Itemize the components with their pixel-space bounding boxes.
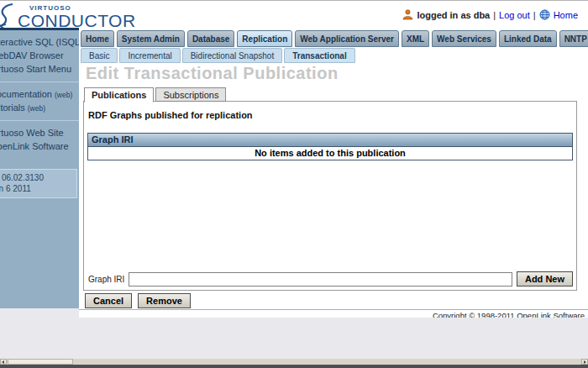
sidebar-item-label: Tutorials bbox=[0, 103, 25, 113]
remove-button[interactable]: Remove bbox=[138, 293, 191, 308]
tab-publications[interactable]: Publications bbox=[84, 87, 154, 103]
virtuoso-conductor-window: VIRTUOSO CONDUCTOR logged in as dba | Lo… bbox=[0, 0, 588, 368]
page-title: Edit Transactional Publication bbox=[86, 64, 339, 83]
logout-link[interactable]: Log out bbox=[499, 10, 530, 20]
tab-subscriptions[interactable]: Subscriptions bbox=[155, 87, 226, 102]
sidebar-group-sites: Virtuoso Web Site OpenLink Software bbox=[0, 120, 79, 159]
subtab-bidirectional-snapshot[interactable]: Bidirectional Snapshot bbox=[182, 48, 283, 63]
sidebar-item-virtuoso-web-site[interactable]: Virtuoso Web Site bbox=[0, 126, 79, 139]
logo-swoosh-icon bbox=[0, 3, 18, 29]
virtuoso-conductor-logo[interactable]: VIRTUOSO CONDUCTOR bbox=[2, 3, 136, 29]
sidebar-item-suffix: (web) bbox=[55, 91, 72, 99]
home-globe-icon bbox=[539, 9, 550, 20]
tab-database[interactable]: Database bbox=[187, 30, 234, 47]
table-empty-row: No items added to this publication bbox=[88, 147, 572, 160]
graph-iri-input[interactable] bbox=[129, 272, 512, 287]
graph-iri-table: Graph IRI No items added to this publica… bbox=[87, 133, 573, 160]
tab-web-services[interactable]: Web Services bbox=[432, 30, 496, 47]
subtab-transactional[interactable]: Transactional bbox=[284, 48, 354, 63]
form-action-buttons: Cancel Remove bbox=[85, 293, 191, 308]
tab-replication[interactable]: Replication bbox=[237, 30, 292, 47]
tab-nntp[interactable]: NNTP bbox=[559, 30, 588, 47]
sidebar: Interactive SQL (ISQL) WebDAV Browser Vi… bbox=[0, 28, 79, 308]
horizontal-scrollbar-thumb[interactable] bbox=[8, 359, 73, 365]
sidebar-group-docs: Documentation(web) Tutorials(web) bbox=[0, 81, 79, 120]
sidebar-group-tools: Interactive SQL (ISQL) WebDAV Browser Vi… bbox=[0, 30, 79, 81]
subtab-incremental[interactable]: Incremental bbox=[119, 48, 180, 63]
add-new-button[interactable]: Add New bbox=[517, 271, 573, 287]
sidebar-item-webdav-browser[interactable]: WebDAV Browser bbox=[0, 49, 79, 62]
publications-panel: RDF Graphs published for replication Gra… bbox=[83, 101, 577, 291]
version-info: Version: 06.02.3130 Build Jun 6 2011 bbox=[0, 169, 77, 198]
separator: | bbox=[533, 10, 536, 20]
logo-conductor-text: CONDUCTOR bbox=[18, 12, 136, 29]
graph-iri-label: Graph IRI bbox=[88, 275, 124, 284]
sidebar-item-tutorials[interactable]: Tutorials(web) bbox=[0, 101, 79, 114]
tab-linked-data[interactable]: Linked Data bbox=[499, 30, 557, 47]
cancel-button[interactable]: Cancel bbox=[85, 293, 132, 308]
graph-iri-form: Graph IRI Add New bbox=[88, 271, 573, 287]
build-date: Build Jun 6 2011 bbox=[0, 183, 76, 194]
logo-text: VIRTUOSO CONDUCTOR bbox=[18, 3, 136, 29]
table-header-graph-iri: Graph IRI bbox=[88, 134, 572, 147]
subtab-basic[interactable]: Basic bbox=[81, 48, 118, 63]
copyright-text: Copyright © 1998-2011 OpenLink Software bbox=[433, 311, 585, 318]
user-session-bar: logged in as dba | Log out | Home bbox=[402, 9, 578, 20]
separator: | bbox=[493, 10, 496, 20]
section-label: RDF Graphs published for replication bbox=[88, 110, 576, 120]
scroll-left-arrow-icon bbox=[2, 360, 4, 364]
sidebar-item-interactive-sql[interactable]: Interactive SQL (ISQL) bbox=[0, 35, 79, 49]
main-tab-bar: Home System Admin Database Replication W… bbox=[81, 30, 588, 47]
logged-in-text: logged in as dba bbox=[417, 10, 490, 20]
tab-home[interactable]: Home bbox=[81, 30, 114, 47]
tab-system-admin[interactable]: System Admin bbox=[117, 30, 185, 47]
sidebar-item-label: Documentation bbox=[0, 89, 52, 99]
sidebar-item-virtuoso-start-menu[interactable]: Virtuoso Start Menu bbox=[0, 62, 79, 76]
bottom-window-edge bbox=[0, 365, 588, 368]
scroll-right-arrow-icon bbox=[584, 360, 586, 364]
publication-tab-bar: Publications Subscriptions bbox=[84, 87, 226, 102]
home-link[interactable]: Home bbox=[554, 10, 578, 20]
tab-xml[interactable]: XML bbox=[402, 30, 429, 47]
scroll-right-button[interactable] bbox=[581, 359, 588, 365]
sidebar-item-documentation[interactable]: Documentation(web) bbox=[0, 87, 79, 101]
replication-sub-tab-bar: Basic Incremental Bidirectional Snapshot… bbox=[81, 48, 355, 63]
header: VIRTUOSO CONDUCTOR logged in as dba | Lo… bbox=[0, 0, 588, 28]
sidebar-item-suffix: (web) bbox=[28, 104, 45, 113]
version-number: Version: 06.02.3130 bbox=[0, 172, 76, 183]
horizontal-scrollbar[interactable] bbox=[0, 359, 588, 365]
main-content: Home System Admin Database Replication W… bbox=[79, 28, 588, 318]
page-footer: Copyright © 1998-2011 OpenLink Software bbox=[79, 309, 588, 318]
user-icon bbox=[402, 9, 413, 20]
tab-web-application-server[interactable]: Web Application Server bbox=[295, 30, 399, 47]
scroll-left-button[interactable] bbox=[0, 359, 7, 365]
sidebar-item-openlink-software[interactable]: OpenLink Software bbox=[0, 139, 79, 153]
